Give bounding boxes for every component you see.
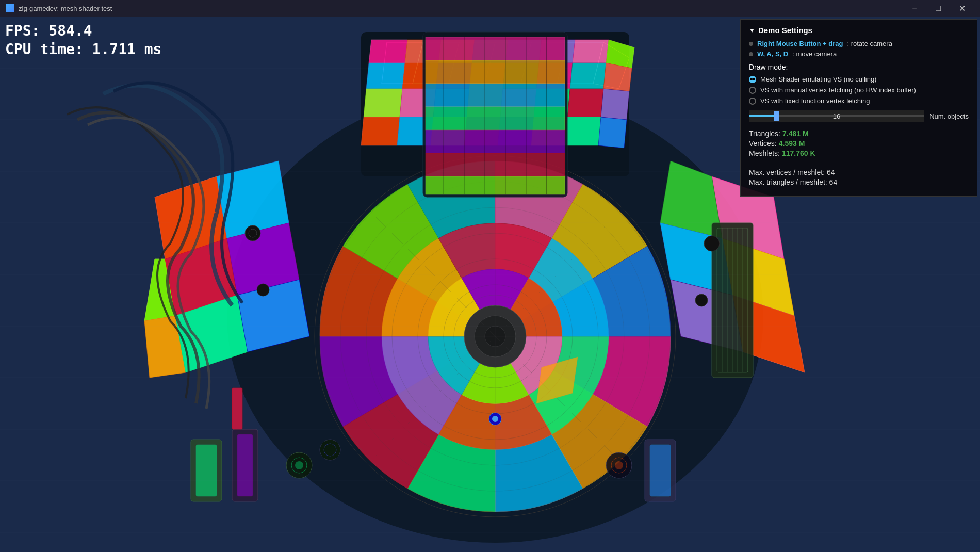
stat-divider	[749, 163, 969, 163]
svg-point-110	[257, 284, 269, 296]
svg-rect-104	[650, 445, 671, 496]
radio-label-1: Mesh Shader emulating VS (no culling)	[760, 75, 876, 83]
window-controls: − □ ✕	[903, 0, 974, 17]
svg-rect-83	[426, 107, 565, 130]
app-icon	[6, 4, 14, 12]
radio-circle-2[interactable]	[749, 87, 756, 94]
radio-option-1[interactable]: Mesh Shader emulating VS (no culling)	[749, 75, 969, 83]
svg-rect-81	[426, 60, 565, 84]
svg-marker-24	[570, 63, 606, 89]
svg-point-107	[615, 461, 623, 469]
bullet-dot-2	[749, 52, 753, 56]
hint-wasd-key: W, A, S, D	[757, 50, 788, 58]
svg-marker-32	[567, 89, 603, 117]
svg-point-101	[320, 440, 340, 460]
maximize-button[interactable]: □	[926, 0, 950, 17]
svg-marker-41	[598, 117, 627, 148]
svg-point-111	[704, 236, 720, 251]
radio-option-2[interactable]: VS with manual vertex fetching (no HW in…	[749, 86, 969, 94]
3d-viewport[interactable]: FPS: 584.4 CPU time: 1.711 ms ▼ Demo Set…	[0, 17, 980, 552]
hint-rmb-text: : rotate camera	[847, 40, 892, 47]
num-objects-slider[interactable]: 16	[749, 110, 924, 122]
cpu-display: CPU time: 1.711 ms	[5, 40, 161, 59]
radio-circle-1[interactable]	[749, 76, 756, 83]
svg-rect-84	[426, 130, 565, 153]
svg-rect-97	[237, 434, 253, 496]
svg-rect-85	[426, 153, 565, 176]
bullet-dot-1	[749, 42, 753, 46]
svg-marker-34	[361, 117, 400, 145]
svg-rect-114	[232, 388, 242, 429]
hint-rmb-key: Right Mouse Button + drag	[757, 40, 843, 47]
num-objects-row: 16 Num. objects	[749, 110, 969, 122]
close-button[interactable]: ✕	[950, 0, 974, 17]
svg-point-116	[492, 416, 498, 422]
triangles-stat: Triangles:7.481 M	[749, 129, 969, 138]
svg-rect-95	[196, 445, 217, 496]
window-title: zig-gamedev: mesh shader test	[19, 5, 903, 12]
radio-circle-3[interactable]	[749, 98, 756, 105]
svg-point-108	[245, 225, 260, 241]
max-triangles-stat: Max. triangles / meshlet: 64	[749, 178, 969, 186]
radio-label-2: VS with manual vertex fetching (no HW in…	[760, 86, 916, 94]
svg-marker-25	[603, 63, 632, 91]
svg-marker-16	[573, 40, 609, 63]
fps-overlay: FPS: 584.4 CPU time: 1.711 ms	[5, 22, 161, 59]
svg-rect-86	[426, 176, 565, 194]
slider-fill	[749, 115, 775, 117]
svg-rect-80	[426, 37, 565, 60]
svg-marker-33	[601, 89, 629, 120]
num-objects-label: Num. objects	[929, 112, 969, 120]
slider-thumb[interactable]	[774, 111, 779, 121]
max-vertices-stat: Max. vertices / meshlet: 64	[749, 168, 969, 176]
hint-rmb: Right Mouse Button + drag : rotate camer…	[749, 40, 969, 47]
demo-settings-title: ▼ Demo Settings	[749, 26, 969, 35]
radio-option-3[interactable]: VS with fixed function vertex fetching	[749, 97, 969, 105]
titlebar: zig-gamedev: mesh shader test − □ ✕	[0, 0, 980, 17]
svg-rect-82	[426, 84, 565, 107]
svg-point-100	[295, 461, 303, 469]
svg-marker-18	[366, 63, 405, 89]
svg-marker-26	[364, 89, 402, 117]
radio-label-3: VS with fixed function vertex fetching	[760, 97, 870, 105]
meshlets-stat: Meshlets:117.760 K	[749, 149, 969, 157]
draw-mode-label: Draw mode:	[749, 63, 969, 71]
slider-value: 16	[833, 112, 840, 120]
collapse-icon[interactable]: ▼	[749, 27, 755, 34]
vertices-stat: Vertices:4.593 M	[749, 139, 969, 148]
svg-marker-40	[565, 117, 601, 145]
hint-wasd: W, A, S, D : move camera	[749, 50, 969, 58]
minimize-button[interactable]: −	[903, 0, 926, 17]
fps-display: FPS: 584.4	[5, 22, 161, 40]
svg-marker-10	[369, 40, 407, 63]
hint-wasd-text: : move camera	[792, 50, 837, 58]
svg-point-112	[695, 294, 708, 306]
demo-settings-panel: ▼ Demo Settings Right Mouse Button + dra…	[740, 19, 977, 197]
